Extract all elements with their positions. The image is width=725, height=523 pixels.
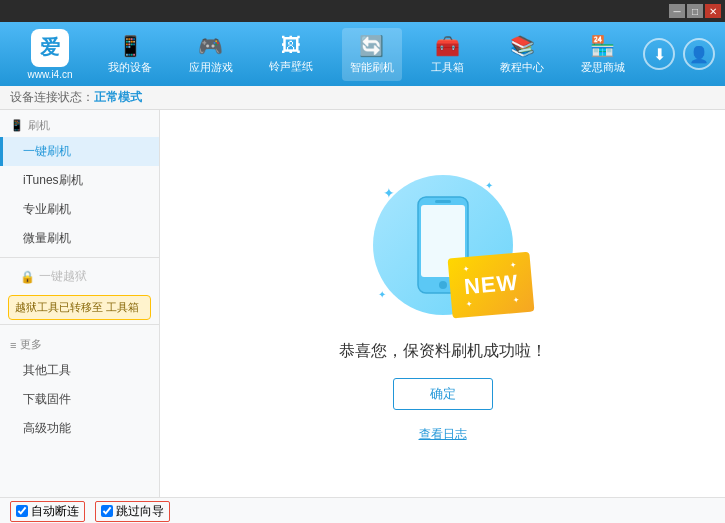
close-button[interactable]: ✕ xyxy=(705,4,721,18)
nav-label-store: 爱思商城 xyxy=(581,60,625,75)
flash-section-icon: 📱 xyxy=(10,119,24,132)
navbar: 爱 www.i4.cn 📱 我的设备 🎮 应用游戏 🖼 铃声壁纸 🔄 智能刷机 … xyxy=(0,22,725,86)
main-layout: 📱 刷机 一键刷机 iTunes刷机 专业刷机 微量刷机 🔒 一键越狱 越狱工具… xyxy=(0,110,725,497)
sidebar-section-more: ≡ 更多 xyxy=(0,329,159,356)
smart-flash-icon: 🔄 xyxy=(359,34,384,58)
new-badge-text: NEW xyxy=(463,269,519,300)
titlebar: ─ □ ✕ xyxy=(0,0,725,22)
sidebar-item-itunes-flash[interactable]: iTunes刷机 xyxy=(0,166,159,195)
store-icon: 🏪 xyxy=(590,34,615,58)
sidebar-item-other-tools[interactable]: 其他工具 xyxy=(0,356,159,385)
maximize-button[interactable]: □ xyxy=(687,4,703,18)
sidebar: 📱 刷机 一键刷机 iTunes刷机 专业刷机 微量刷机 🔒 一键越狱 越狱工具… xyxy=(0,110,160,497)
logo: 爱 www.i4.cn xyxy=(10,29,90,80)
nav-item-tools[interactable]: 🧰 工具箱 xyxy=(423,28,472,81)
sidebar-item-download-fw[interactable]: 下载固件 xyxy=(0,385,159,414)
more-section-icon: ≡ xyxy=(10,339,16,351)
status-label: 设备连接状态： xyxy=(10,89,94,106)
content-area: ✦ ✦ ✦ ✦✦ NEW xyxy=(160,110,725,497)
sidebar-item-advanced[interactable]: 高级功能 xyxy=(0,414,159,443)
skip-guide-checkbox-label[interactable]: 跳过向导 xyxy=(95,501,170,522)
status-value: 正常模式 xyxy=(94,89,142,106)
minimize-button[interactable]: ─ xyxy=(669,4,685,18)
nav-label-my-device: 我的设备 xyxy=(108,60,152,75)
sidebar-item-micro-flash[interactable]: 微量刷机 xyxy=(0,224,159,253)
nav-item-smart-flash[interactable]: 🔄 智能刷机 xyxy=(342,28,402,81)
sidebar-item-pro-flash[interactable]: 专业刷机 xyxy=(0,195,159,224)
nav-item-apps[interactable]: 🎮 应用游戏 xyxy=(181,28,241,81)
wallpaper-icon: 🖼 xyxy=(281,34,301,57)
tutorials-icon: 📚 xyxy=(510,34,535,58)
sidebar-section-flash-label: 刷机 xyxy=(28,118,50,133)
nav-item-wallpaper[interactable]: 🖼 铃声壁纸 xyxy=(261,28,321,80)
logo-icon: 爱 xyxy=(31,29,69,67)
user-button[interactable]: 👤 xyxy=(683,38,715,70)
goto-log-link[interactable]: 查看日志 xyxy=(419,426,467,443)
sparkle-tl: ✦ xyxy=(383,185,395,201)
nav-item-my-device[interactable]: 📱 我的设备 xyxy=(100,28,160,81)
checkbox-row: 自动断连 跳过向导 xyxy=(0,498,725,523)
nav-label-wallpaper: 铃声壁纸 xyxy=(269,59,313,74)
device-icon: 📱 xyxy=(118,34,143,58)
sidebar-section-flash: 📱 刷机 xyxy=(0,110,159,137)
success-illustration: ✦ ✦ ✦ ✦✦ NEW xyxy=(339,165,547,443)
nav-item-store[interactable]: 🏪 爱思商城 xyxy=(573,28,633,81)
tools-icon: 🧰 xyxy=(435,34,460,58)
confirm-button[interactable]: 确定 xyxy=(393,378,493,410)
sidebar-item-one-click-flash[interactable]: 一键刷机 xyxy=(0,137,159,166)
bottom-device-area: 自动断连 跳过向导 📱 iPhone 12 mini 64GB Down-12m… xyxy=(0,497,725,523)
success-message: 恭喜您，保资料刷机成功啦！ xyxy=(339,341,547,362)
new-badge: ✦✦ NEW ✦✦ xyxy=(448,251,535,318)
auto-disconnect-checkbox-label[interactable]: 自动断连 xyxy=(10,501,85,522)
sparkle-bl: ✦ xyxy=(378,289,386,300)
sparkle-tr: ✦ xyxy=(485,180,493,191)
apps-icon: 🎮 xyxy=(198,34,223,58)
svg-point-2 xyxy=(439,281,447,289)
status-bar: 设备连接状态： 正常模式 xyxy=(0,86,725,110)
nav-label-smart-flash: 智能刷机 xyxy=(350,60,394,75)
nav-right: ⬇ 👤 xyxy=(643,38,715,70)
sidebar-divider-2 xyxy=(0,324,159,325)
auto-disconnect-checkbox[interactable] xyxy=(16,505,28,517)
nav-items: 📱 我的设备 🎮 应用游戏 🖼 铃声壁纸 🔄 智能刷机 🧰 工具箱 📚 教程中心… xyxy=(90,28,643,81)
download-button[interactable]: ⬇ xyxy=(643,38,675,70)
sidebar-note-jailbreak: 越狱工具已转移至 工具箱 xyxy=(8,295,151,320)
logo-text: www.i4.cn xyxy=(27,69,72,80)
nav-item-tutorials[interactable]: 📚 教程中心 xyxy=(492,28,552,81)
nav-label-tutorials: 教程中心 xyxy=(500,60,544,75)
skip-guide-checkbox[interactable] xyxy=(101,505,113,517)
nav-label-tools: 工具箱 xyxy=(431,60,464,75)
sidebar-divider-1 xyxy=(0,257,159,258)
nav-label-apps: 应用游戏 xyxy=(189,60,233,75)
phone-badge-wrapper: ✦ ✦ ✦ ✦✦ NEW xyxy=(353,165,533,325)
lock-icon: 🔒 xyxy=(20,270,35,284)
sidebar-item-jailbreak-locked: 🔒 一键越狱 xyxy=(0,262,159,291)
svg-rect-3 xyxy=(435,200,451,203)
